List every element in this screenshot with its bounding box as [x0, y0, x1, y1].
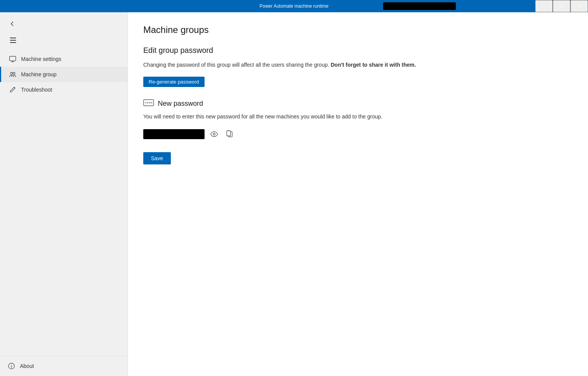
svg-point-9 — [146, 102, 147, 103]
svg-point-3 — [11, 72, 13, 74]
new-password-section: New password — [143, 99, 573, 108]
titlebar-title: Power Automate machine runtime — [259, 3, 328, 9]
svg-point-12 — [151, 102, 152, 103]
sidebar-item-machine-group[interactable]: Machine group — [0, 67, 128, 82]
titlebar-redacted — [383, 2, 456, 10]
svg-point-7 — [11, 365, 11, 365]
svg-point-11 — [149, 102, 151, 103]
sidebar-top — [0, 12, 128, 35]
svg-point-4 — [13, 72, 15, 74]
svg-rect-15 — [227, 131, 231, 136]
description-normal: Changing the password of this group will… — [143, 62, 329, 68]
machine-group-icon — [9, 71, 16, 78]
sidebar-item-about[interactable]: About — [0, 356, 128, 376]
maximize-button[interactable]: ☐ — [553, 0, 570, 12]
sidebar-nav: Machine settings Machine group — [0, 48, 128, 356]
description-text: Changing the password of this group will… — [143, 61, 573, 69]
sidebar-item-troubleshoot[interactable]: Troubleshoot — [0, 82, 128, 97]
svg-point-13 — [213, 133, 215, 135]
sidebar-item-machine-settings[interactable]: Machine settings — [0, 51, 128, 67]
page-title: Machine groups — [143, 25, 573, 35]
svg-point-10 — [147, 102, 149, 103]
password-field-row — [143, 128, 573, 140]
about-icon — [8, 362, 15, 370]
machine-settings-icon — [9, 55, 16, 63]
sidebar: Machine settings Machine group — [0, 12, 128, 376]
close-button[interactable]: ✕ — [570, 0, 588, 12]
back-button[interactable] — [6, 18, 18, 30]
regen-password-button[interactable]: Re-generate password — [143, 77, 205, 87]
new-password-description: You will need to enter this new password… — [143, 113, 573, 121]
password-masked-value — [143, 129, 205, 139]
menu-button[interactable] — [8, 35, 128, 45]
main-content: Machine groups Edit group password Chang… — [128, 12, 588, 376]
description-bold: Don't forget to share it with them. — [331, 62, 416, 68]
titlebar: Power Automate machine runtime ─ ☐ ✕ — [0, 0, 588, 12]
sidebar-item-machine-settings-label: Machine settings — [21, 56, 61, 62]
section-title: Edit group password — [143, 46, 573, 55]
copy-password-button[interactable] — [224, 128, 235, 140]
minimize-button[interactable]: ─ — [535, 0, 553, 12]
sidebar-item-troubleshoot-label: Troubleshoot — [21, 87, 52, 93]
app-container: Machine settings Machine group — [0, 12, 588, 376]
show-password-button[interactable] — [208, 128, 220, 140]
password-dots-icon — [143, 99, 154, 108]
troubleshoot-icon — [9, 86, 16, 94]
titlebar-controls: ─ ☐ ✕ — [535, 0, 588, 12]
svg-rect-0 — [10, 56, 16, 61]
new-password-title: New password — [158, 100, 203, 108]
about-label: About — [20, 363, 34, 369]
save-button[interactable]: Save — [143, 152, 171, 164]
sidebar-item-machine-group-label: Machine group — [21, 71, 57, 77]
